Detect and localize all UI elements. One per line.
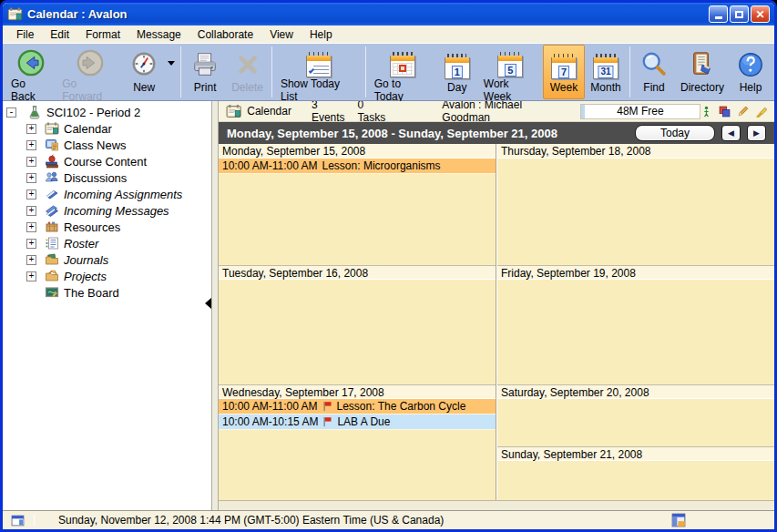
bottom-strip (219, 500, 774, 510)
show-today-list-button[interactable]: Show Today List (275, 45, 363, 99)
sidebar-item-label: Incoming Messages (64, 204, 169, 218)
sidebar-item-label: Calendar (64, 122, 112, 136)
expand-box[interactable]: + (26, 157, 36, 167)
event-time: 10:00 AM-11:00 AM (222, 400, 318, 413)
expand-box[interactable]: + (26, 173, 36, 183)
go-forward-icon (76, 48, 105, 77)
status-bar: Sunday, November 12, 2008 1:44 PM (GMT-5… (3, 510, 774, 529)
work-week-view-button[interactable]: 5 Work Week (478, 45, 543, 99)
tree-root-course[interactable]: - SCI102 - Period 2 (3, 104, 211, 120)
splitter[interactable] (211, 101, 219, 510)
sidebar-item-resources[interactable]: + Resources (3, 219, 211, 235)
expand-box[interactable]: + (26, 124, 36, 134)
sidebar-item-class-news[interactable]: + Class News (3, 137, 211, 153)
new-dropdown-arrow[interactable] (165, 45, 178, 81)
help-icon (736, 50, 765, 79)
expand-box[interactable]: + (26, 189, 36, 200)
event-time: 10:00 AM-10:15 AM (222, 415, 318, 428)
sidebar-item-roster[interactable]: + Roster (3, 235, 211, 251)
day-header-friday: Friday, September 19, 2008 (497, 265, 774, 280)
expand-box[interactable]: + (26, 140, 36, 150)
minimize-button[interactable] (709, 5, 728, 23)
month-view-button[interactable]: 31 Month (585, 45, 627, 99)
day-header-saturday: Saturday, September 20, 2008 (497, 384, 774, 399)
go-back-button[interactable]: Go Back (5, 45, 56, 99)
next-week-button[interactable]: ▶ (747, 125, 766, 141)
expand-box[interactable]: + (26, 222, 36, 232)
sidebar-item-incoming-messages[interactable]: + Incoming Messages (3, 202, 211, 219)
previous-week-button[interactable]: ◀ (721, 125, 741, 141)
menu-file[interactable]: File (8, 26, 42, 43)
directory-button[interactable]: Directory (675, 45, 730, 99)
sidebar-item-the-board[interactable]: The Board (3, 284, 211, 301)
event-title: Lesson: The Carbon Cycle (337, 400, 466, 413)
close-button[interactable]: ✕ (751, 5, 770, 23)
help-button[interactable]: Help (730, 45, 772, 99)
sidebar-item-calendar[interactable]: + Calendar (3, 120, 211, 137)
layers-icon[interactable] (719, 106, 731, 118)
expand-box[interactable]: + (26, 255, 36, 265)
sidebar-item-projects[interactable]: + Projects (3, 268, 211, 284)
menu-edit[interactable]: Edit (42, 26, 77, 43)
person-icon[interactable] (700, 106, 712, 118)
maximize-button[interactable] (730, 5, 749, 23)
gold-pen-icon[interactable] (755, 106, 767, 118)
menu-message[interactable]: Message (128, 26, 189, 43)
menu-view[interactable]: View (261, 26, 302, 43)
go-to-today-button[interactable]: Go to Today (369, 45, 436, 99)
main-area: - SCI102 - Period 2 + Calendar + Class N… (3, 101, 774, 510)
menu-help[interactable]: Help (302, 26, 341, 43)
calendar-panel: Calendar 3 Events 0 Tasks Avalon : Micha… (219, 101, 774, 510)
go-forward-button[interactable]: Go Forward (56, 45, 123, 99)
day-header-wednesday: Wednesday, September 17, 2008 (219, 384, 496, 399)
print-button[interactable]: Print (184, 45, 226, 99)
status-divider (34, 514, 35, 527)
day-view-button[interactable]: 1 Day (436, 45, 478, 99)
expand-box[interactable]: + (26, 271, 36, 281)
grid-view-icon[interactable] (671, 513, 686, 527)
journal-folder-icon (45, 252, 59, 267)
week-view-button[interactable]: 7 Week (543, 45, 585, 99)
window-status-icon[interactable] (11, 514, 25, 527)
delete-button[interactable]: Delete (226, 45, 269, 99)
expand-box[interactable]: + (26, 206, 36, 216)
sidebar-item-discussions[interactable]: + Discussions (3, 169, 211, 186)
menu-collaborate[interactable]: Collaborate (189, 26, 261, 43)
splitter-collapse-arrow[interactable] (205, 298, 211, 309)
expand-box[interactable]: + (26, 239, 36, 249)
window-title: Calendar : Avalon (27, 7, 707, 21)
find-button[interactable]: Find (633, 45, 675, 99)
event-lab-a-due[interactable]: 10:00 AM-10:15 AM LAB A Due (219, 414, 496, 430)
print-icon (190, 50, 220, 79)
event-title: Lesson: Microorganisms (322, 159, 441, 172)
flag-icon (322, 401, 332, 412)
event-lesson-carbon-cycle[interactable]: 10:00 AM-11:00 AM Lesson: The Carbon Cyc… (219, 399, 496, 414)
blue-books-icon (45, 203, 59, 218)
people-icon (45, 170, 59, 185)
new-button-group: New (123, 45, 178, 99)
collapse-box[interactable]: - (6, 107, 16, 118)
new-button[interactable]: New (123, 45, 165, 96)
projects-folder-icon (45, 269, 59, 283)
sidebar-item-course-content[interactable]: + Course Content (3, 153, 211, 169)
pencil-icon[interactable] (737, 106, 749, 118)
go-back-label: Go Back (11, 77, 51, 103)
day-cell-friday[interactable] (497, 280, 774, 384)
sidebar-item-label: Discussions (64, 171, 127, 185)
day-cell-tuesday[interactable] (219, 280, 496, 384)
sidebar-item-journals[interactable]: + Journals (3, 251, 211, 268)
work-week-view-label: Work Week (484, 77, 537, 103)
today-button[interactable]: Today (635, 125, 715, 141)
free-space-label: 48M Free (617, 105, 663, 118)
day-cell-saturday[interactable] (497, 399, 774, 446)
day-cell-monday[interactable]: 10:00 AM-11:00 AM Lesson: Microorganisms (219, 159, 496, 265)
week-calendar-icon: 7 (550, 54, 578, 79)
work-week-calendar-icon: 5 (496, 52, 524, 77)
event-lesson-microorganisms[interactable]: 10:00 AM-11:00 AM Lesson: Microorganisms (219, 159, 496, 174)
sidebar-item-incoming-assignments[interactable]: + Incoming Assignments (3, 186, 211, 202)
day-cell-thursday[interactable] (497, 159, 774, 265)
day-cell-wednesday[interactable]: 10:00 AM-11:00 AM Lesson: The Carbon Cyc… (219, 399, 496, 500)
menu-format[interactable]: Format (77, 26, 128, 43)
week-grid-right-column: Thursday, September 18, 2008 Friday, Sep… (496, 144, 774, 500)
day-cell-sunday[interactable] (497, 461, 774, 500)
